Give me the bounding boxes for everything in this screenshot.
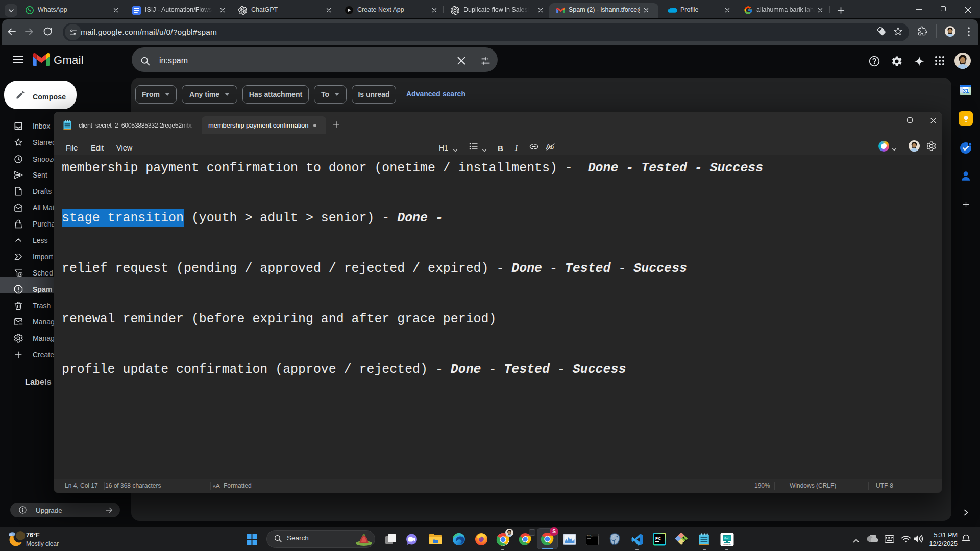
- svg-text:C:\_: C:\_: [587, 535, 593, 537]
- svg-text:A: A: [216, 483, 220, 489]
- svg-text:TaskPro: TaskPro: [723, 543, 731, 545]
- svg-text:PC: PC: [655, 536, 661, 541]
- svg-text:Go!: Go!: [724, 536, 728, 539]
- svg-text:31: 31: [963, 88, 969, 94]
